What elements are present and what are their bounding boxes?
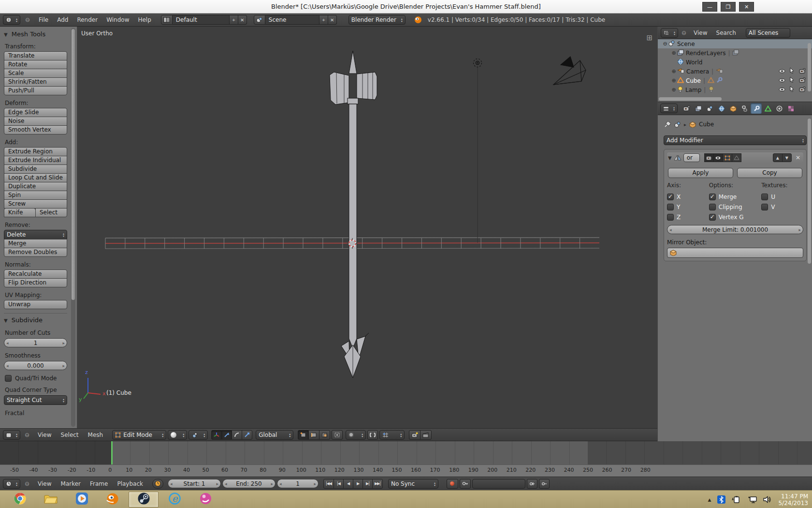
axis-y-checkbox[interactable] — [667, 204, 674, 210]
maximize-button[interactable]: ❐ — [721, 2, 736, 12]
play-button[interactable]: ▶ — [353, 479, 363, 489]
taskbar-app-blender[interactable] — [98, 492, 128, 508]
tool-button-duplicate[interactable]: Duplicate — [4, 182, 67, 191]
snap-element-dropdown[interactable]: ▴▾ — [379, 430, 405, 440]
texture-v-checkbox[interactable] — [761, 204, 768, 210]
pin-icon[interactable] — [664, 121, 671, 128]
tab-texture[interactable] — [785, 103, 797, 114]
scene-name-field[interactable]: Scene — [265, 15, 319, 25]
bluetooth-icon[interactable] — [717, 495, 725, 504]
proportional-edit-dropdown[interactable]: ▴▾ — [346, 430, 366, 440]
restrict-view-icon[interactable] — [779, 68, 785, 75]
expander-plus-icon[interactable]: ⊕ — [670, 87, 677, 93]
sync-dropdown[interactable]: No Sync ▴▾ — [388, 479, 438, 489]
tab-modifiers[interactable] — [751, 103, 762, 114]
camera-object[interactable] — [553, 57, 586, 85]
breadcrumb-object-name[interactable]: Cube — [699, 121, 714, 128]
slider-left-arrow-icon[interactable]: ◂ — [4, 341, 11, 345]
limit-selection-visible-button[interactable] — [332, 430, 343, 440]
expander-plus-icon[interactable]: ⊕ — [670, 68, 677, 75]
slider-left-arrow-icon[interactable]: ◂ — [4, 363, 11, 368]
taskbar-app-internet-explorer[interactable]: e — [160, 492, 189, 508]
clipping-checkbox[interactable] — [709, 204, 716, 210]
modifier-move-down-button[interactable]: ▼ — [782, 153, 792, 162]
timeline-track[interactable] — [0, 441, 812, 464]
add-scene-button[interactable]: ＋ — [319, 15, 328, 25]
current-frame-field[interactable]: ◂1▸ — [277, 479, 319, 488]
viewport-canvas[interactable] — [77, 27, 657, 428]
add-modifier-dropdown[interactable]: Add Modifier ▴▾ — [664, 135, 807, 145]
slider-right-arrow-icon[interactable]: ▸ — [60, 341, 67, 345]
tab-material[interactable] — [774, 103, 785, 114]
network-icon[interactable] — [748, 496, 757, 503]
scrollbar-thumb[interactable] — [72, 29, 75, 300]
tab-render[interactable] — [681, 103, 692, 114]
delete-layout-button[interactable]: ✕ — [238, 15, 247, 25]
render-engine-dropdown[interactable]: Blender Render ▴▾ — [348, 15, 406, 25]
keying-set-icon-button[interactable] — [460, 479, 471, 489]
expander-plus-icon[interactable]: ⊕ — [670, 77, 677, 84]
collapse-menus-icon[interactable]: ⊖ — [682, 30, 686, 36]
modifier-expand-icon[interactable]: ▼ — [668, 155, 672, 161]
modifier-move-up-button[interactable]: ▲ — [773, 153, 783, 162]
use-preview-range-button[interactable] — [152, 479, 163, 489]
scale-manipulator-button[interactable] — [242, 430, 252, 440]
tool-button-subdivide[interactable]: Subdivide — [4, 164, 67, 174]
axis-z-checkbox[interactable] — [667, 214, 674, 221]
tab-object-data[interactable] — [762, 103, 773, 114]
end-frame-field[interactable]: ◂End: 250▸ — [222, 479, 276, 488]
menu-render[interactable]: Render — [73, 16, 102, 23]
tool-button-extrude-individual[interactable]: Extrude Individual — [4, 156, 67, 165]
tab-scene[interactable] — [704, 103, 715, 114]
tool-button-select[interactable]: Select — [35, 208, 67, 217]
screen-layout-field[interactable]: Default — [173, 15, 230, 25]
close-button[interactable]: ✕ — [739, 2, 754, 12]
axis-x-checkbox[interactable] — [667, 194, 674, 200]
opengl-render-button[interactable] — [409, 430, 420, 440]
tool-button-flip-direction[interactable]: Flip Direction — [4, 278, 67, 287]
tab-object[interactable] — [727, 103, 739, 114]
next-keyframe-button[interactable]: ▶| — [362, 479, 373, 489]
start-frame-field[interactable]: ◂Start: 1▸ — [168, 479, 221, 488]
tab-render-layers[interactable] — [693, 103, 704, 114]
number-of-cuts-slider[interactable]: ◂ 1 ▸ — [4, 338, 67, 347]
outliner-display-dropdown[interactable]: All Scenes — [746, 28, 790, 38]
outliner-horizontal-scrollbar[interactable] — [659, 97, 722, 101]
pivot-point-dropdown[interactable]: ▴▾ — [188, 430, 208, 440]
modifier-delete-icon[interactable]: ✕ — [796, 154, 800, 161]
auto-keyframe-record-button[interactable] — [447, 479, 458, 489]
slider-right-arrow-icon[interactable]: ▸ — [60, 363, 67, 368]
collapse-menus-icon[interactable]: ⊖ — [25, 16, 30, 23]
modifier-viewport-toggle[interactable] — [713, 153, 723, 162]
rotate-manipulator-button[interactable] — [232, 430, 242, 440]
tool-button-edge-slide[interactable]: Edge Slide — [4, 108, 67, 117]
quad-corner-type-dropdown[interactable]: Straight Cut ▴▾ — [4, 395, 67, 405]
texture-u-checkbox[interactable] — [761, 194, 768, 200]
slider-right-arrow-icon[interactable]: ▸ — [797, 227, 803, 232]
edge-select-mode-button[interactable] — [308, 430, 319, 440]
tool-button-loop-cut-and-slide[interactable]: Loop Cut and Slide — [4, 173, 67, 182]
taskbar-app-paint[interactable] — [190, 492, 220, 508]
tray-expand-icon[interactable]: ▲ — [708, 497, 711, 502]
window-titlebar[interactable]: Blender* [C:\Users\Marküs\Google Drive\B… — [0, 0, 812, 14]
face-select-mode-button[interactable] — [319, 430, 330, 440]
collapse-menus-icon[interactable]: ⊖ — [25, 480, 29, 487]
taskbar-app-folder[interactable] — [36, 492, 66, 508]
editor-type-button[interactable]: ▴▾ — [661, 28, 678, 38]
restrict-render-icon[interactable] — [799, 87, 806, 93]
editor-type-button[interactable]: ▴▾ — [660, 104, 678, 113]
opengl-render-animation-button[interactable] — [420, 430, 432, 440]
play-reverse-button[interactable]: ◀ — [343, 479, 353, 489]
add-layout-button[interactable]: ＋ — [230, 15, 238, 25]
menu-playback[interactable]: Playback — [113, 480, 147, 487]
vertex-groups-checkbox[interactable] — [709, 214, 716, 221]
tool-button-extrude-region[interactable]: Extrude Region — [4, 147, 67, 156]
restrict-render-icon[interactable] — [799, 68, 806, 75]
modifier-name-field[interactable]: or — [683, 153, 700, 162]
taskbar-app-chrome[interactable] — [5, 492, 35, 508]
tool-button-scale[interactable]: Scale — [4, 69, 67, 78]
vertex-select-mode-button[interactable] — [298, 430, 309, 440]
editor-type-button[interactable]: ▴▾ — [3, 479, 20, 489]
smoothness-slider[interactable]: ◂ 0.000 ▸ — [4, 361, 67, 370]
tool-button-rotate[interactable]: Rotate — [4, 60, 67, 69]
